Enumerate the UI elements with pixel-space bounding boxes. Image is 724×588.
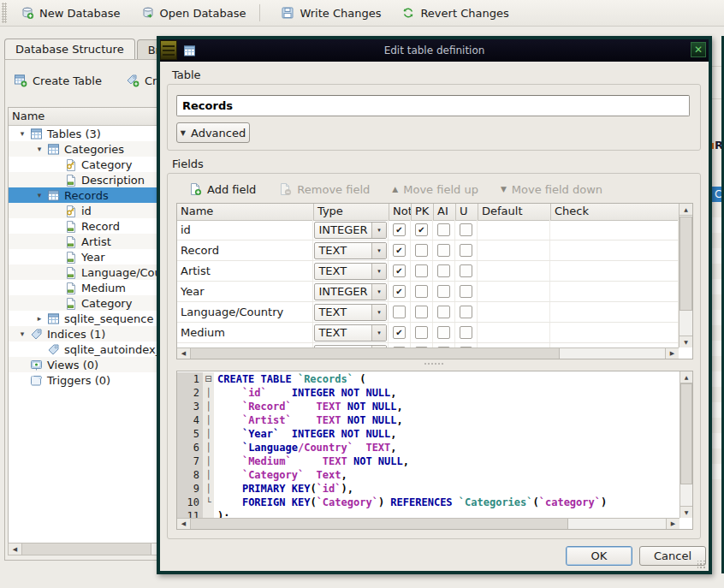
- column-header-pk[interactable]: PK: [412, 204, 434, 220]
- primary-key-checkbox[interactable]: [415, 306, 428, 318]
- sql-code[interactable]: `Year` INTEGER NOT NULL,: [214, 427, 397, 441]
- tab-database-structure[interactable]: Database Structure: [4, 39, 135, 60]
- sql-code[interactable]: `Category` Text,: [214, 468, 347, 482]
- sql-code[interactable]: );: [214, 509, 229, 518]
- field-name-cell[interactable]: Year: [177, 282, 313, 301]
- close-icon[interactable]: ✕: [691, 42, 706, 57]
- scrollbar-thumb[interactable]: [679, 217, 692, 311]
- expander-expanded-icon[interactable]: ▾: [15, 129, 29, 138]
- resize-grip[interactable]: [697, 561, 706, 569]
- scrollbar-thumb[interactable]: [191, 519, 568, 529]
- unique-checkbox[interactable]: [460, 306, 472, 318]
- default-cell[interactable]: [478, 261, 550, 281]
- check-cell[interactable]: [550, 241, 679, 260]
- primary-key-checkbox[interactable]: [415, 264, 428, 277]
- add-field-button[interactable]: Add field: [183, 181, 261, 198]
- not-null-checkbox[interactable]: ✔: [393, 244, 406, 257]
- chevron-down-icon[interactable]: ▾: [371, 325, 386, 341]
- grid-vertical-scrollbar[interactable]: ▲ ▼: [679, 204, 692, 347]
- check-cell[interactable]: [550, 323, 679, 342]
- scroll-down-icon[interactable]: ▼: [679, 336, 692, 347]
- autoincrement-checkbox[interactable]: [437, 326, 450, 339]
- not-null-checkbox[interactable]: ✔: [393, 264, 406, 277]
- cancel-button[interactable]: Cancel: [639, 546, 706, 566]
- autoincrement-checkbox[interactable]: [437, 264, 450, 277]
- chevron-down-icon[interactable]: ▾: [371, 264, 386, 279]
- fold-marker-icon[interactable]: ⊟: [203, 372, 214, 386]
- not-null-checkbox[interactable]: ✔: [393, 326, 406, 339]
- grid-horizontal-scrollbar[interactable]: ◀ ▶: [177, 347, 679, 359]
- sql-code[interactable]: CREATE TABLE `Records` (: [214, 372, 365, 386]
- scroll-up-icon[interactable]: ▲: [679, 204, 692, 216]
- open-database-button[interactable]: Open Database: [134, 3, 253, 22]
- unique-checkbox[interactable]: [460, 285, 472, 298]
- splitter-handle[interactable]: [168, 363, 700, 365]
- scroll-down-icon[interactable]: ▼: [680, 506, 692, 518]
- default-cell[interactable]: [478, 220, 550, 240]
- sql-code[interactable]: FOREIGN KEY(`Category`) REFERENCES `Cate…: [214, 496, 607, 509]
- create-table-button[interactable]: Create Table: [14, 74, 102, 87]
- unique-checkbox[interactable]: [460, 223, 472, 236]
- sql-code[interactable]: `Record` TEXT NOT NULL,: [214, 400, 403, 413]
- chevron-down-icon[interactable]: ▾: [371, 223, 386, 238]
- type-select[interactable]: TEXT▾: [314, 263, 387, 280]
- scroll-right-icon[interactable]: ▶: [665, 348, 679, 359]
- expander-expanded-icon[interactable]: ▾: [33, 145, 46, 153]
- sql-vertical-scrollbar[interactable]: ▲ ▼: [679, 371, 692, 518]
- not-null-checkbox[interactable]: ✔: [393, 223, 406, 236]
- advanced-button[interactable]: ▼ Advanced: [176, 122, 250, 143]
- scroll-right-icon[interactable]: ▶: [666, 519, 679, 529]
- unique-checkbox[interactable]: [460, 244, 472, 257]
- scrollbar-thumb[interactable]: [22, 543, 151, 555]
- field-name-cell[interactable]: Record: [177, 241, 313, 260]
- primary-key-checkbox[interactable]: [415, 244, 428, 257]
- autoincrement-checkbox[interactable]: [437, 244, 450, 257]
- sql-code[interactable]: `Medium` TEXT NOT NULL,: [214, 454, 409, 468]
- type-select[interactable]: TEXT▾: [314, 304, 387, 321]
- primary-key-checkbox[interactable]: [415, 285, 428, 298]
- revert-changes-button[interactable]: Revert Changes: [395, 3, 515, 22]
- column-header-default[interactable]: Default: [478, 204, 551, 220]
- chevron-down-icon[interactable]: ▾: [371, 305, 386, 320]
- sql-code[interactable]: `Language/Country` TEXT,: [214, 441, 397, 454]
- ok-button[interactable]: OK: [566, 546, 632, 566]
- expander-expanded-icon[interactable]: ▾: [33, 191, 46, 199]
- autoincrement-checkbox[interactable]: [437, 306, 450, 318]
- column-header-ai[interactable]: AI: [434, 204, 456, 220]
- primary-key-checkbox[interactable]: ✔: [415, 223, 428, 236]
- unique-checkbox[interactable]: [460, 326, 472, 339]
- not-null-checkbox[interactable]: [393, 306, 406, 318]
- expander-expanded-icon[interactable]: ▾: [15, 330, 29, 338]
- chevron-down-icon[interactable]: ▾: [371, 284, 386, 300]
- field-name-cell[interactable]: Language/Country: [177, 302, 313, 322]
- not-null-checkbox[interactable]: ✔: [393, 285, 406, 298]
- scroll-left-icon[interactable]: ◀: [177, 348, 191, 359]
- sql-code[interactable]: PRIMARY KEY(`id`),: [214, 482, 353, 496]
- table-name-input[interactable]: [176, 95, 690, 116]
- column-header-not[interactable]: Not: [389, 204, 412, 220]
- sql-horizontal-scrollbar[interactable]: ◀ ▶: [177, 518, 679, 529]
- check-cell[interactable]: [550, 220, 679, 240]
- column-header-type[interactable]: Type: [314, 204, 389, 220]
- sql-code[interactable]: `id` INTEGER NOT NULL,: [214, 386, 397, 400]
- chevron-down-icon[interactable]: ▾: [371, 243, 386, 258]
- field-name-cell[interactable]: Artist: [177, 261, 313, 281]
- type-select[interactable]: TEXT▾: [314, 324, 387, 342]
- expander-collapsed-icon[interactable]: ▸: [33, 314, 46, 323]
- primary-key-checkbox[interactable]: [415, 326, 428, 339]
- scroll-up-icon[interactable]: ▲: [680, 371, 692, 383]
- scroll-left-icon[interactable]: ◀: [9, 543, 22, 555]
- column-header-check[interactable]: Check: [551, 204, 680, 220]
- type-select[interactable]: INTEGER▾: [314, 222, 387, 239]
- scrollbar-thumb[interactable]: [191, 348, 560, 359]
- default-cell[interactable]: [478, 323, 550, 342]
- default-cell[interactable]: [478, 241, 550, 260]
- autoincrement-checkbox[interactable]: [437, 285, 450, 298]
- field-name-cell[interactable]: id: [177, 220, 313, 240]
- column-header-name[interactable]: Name: [177, 204, 314, 220]
- write-changes-button[interactable]: Write Changes: [274, 3, 388, 22]
- check-cell[interactable]: [550, 282, 679, 301]
- dialog-titlebar[interactable]: Edit table definition ✕: [160, 39, 709, 62]
- autoincrement-checkbox[interactable]: [437, 223, 450, 236]
- default-cell[interactable]: [478, 302, 550, 322]
